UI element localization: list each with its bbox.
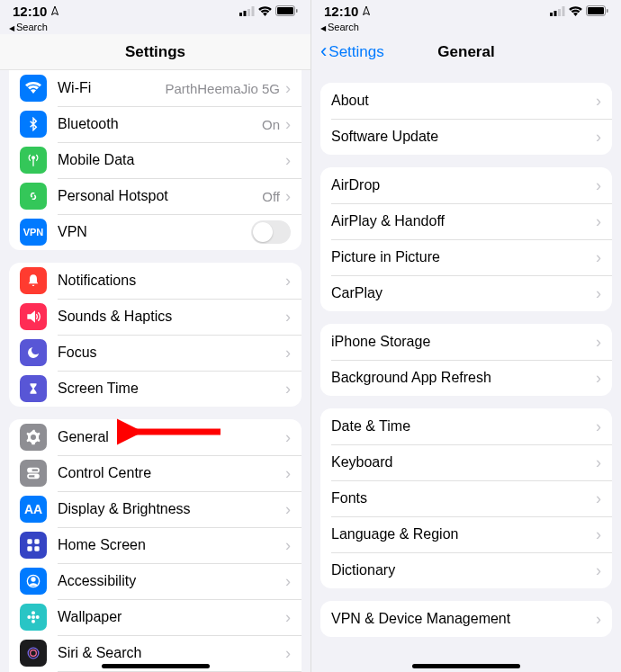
svg-point-9: [29, 469, 32, 471]
svg-point-20: [32, 620, 35, 623]
settings-group-system: General›Control Centre›AADisplay & Brigh…: [9, 419, 302, 672]
row-label: Dictionary: [331, 562, 596, 578]
chevron-right-icon: ›: [285, 501, 291, 517]
svg-rect-5: [277, 7, 293, 14]
general-row-background-app-refresh[interactable]: Background App Refresh›: [320, 360, 612, 396]
row-label: iPhone Storage: [331, 334, 596, 350]
svg-rect-31: [558, 9, 561, 16]
settings-row-bluetooth[interactable]: BluetoothOn›: [9, 106, 302, 142]
settings-row-mobile-data[interactable]: Mobile Data›: [9, 142, 302, 178]
settings-group-notifications: Notifications›Sounds & Haptics›Focus›Scr…: [9, 263, 302, 407]
settings-group-connectivity: Wi-FiParthHeemaJio 5G›BluetoothOn›Mobile…: [9, 70, 302, 250]
settings-row-sounds-haptics[interactable]: Sounds & Haptics›: [9, 299, 302, 335]
chevron-right-icon: ›: [285, 152, 291, 168]
general-row-dictionary[interactable]: Dictionary›: [320, 552, 612, 588]
row-label: Picture in Picture: [331, 249, 596, 265]
vpn-icon: VPN: [20, 219, 47, 246]
settings-row-control-centre[interactable]: Control Centre›: [9, 455, 302, 491]
row-label: Notifications: [58, 273, 285, 289]
location-icon: [50, 5, 60, 16]
status-bar: 12:10: [311, 0, 621, 22]
bluetooth-icon: [20, 111, 47, 138]
general-row-keyboard[interactable]: Keyboard›: [320, 444, 612, 480]
settings-row-wi-fi[interactable]: Wi-FiParthHeemaJio 5G›: [9, 70, 302, 106]
settings-row-notifications[interactable]: Notifications›: [9, 263, 302, 299]
chevron-right-icon: ›: [285, 188, 291, 204]
wifi-icon: [569, 6, 582, 16]
location-icon: [361, 5, 372, 16]
general-row-date-time[interactable]: Date & Time›: [320, 408, 612, 444]
chevron-right-icon: ›: [596, 490, 601, 506]
chevron-right-icon: ›: [285, 80, 291, 96]
row-label: Screen Time: [58, 381, 285, 397]
chevron-right-icon: ›: [596, 562, 601, 578]
general-row-about[interactable]: About›: [320, 83, 612, 119]
settings-row-wallpaper[interactable]: Wallpaper›: [9, 599, 302, 635]
svg-rect-30: [554, 11, 557, 16]
chevron-right-icon: ›: [596, 611, 601, 627]
general-row-vpn-device-management[interactable]: VPN & Device Management›: [320, 601, 612, 637]
page-title: General: [437, 43, 494, 61]
general-row-airplay-handoff[interactable]: AirPlay & Handoff›: [320, 203, 612, 239]
settings-row-home-screen[interactable]: Home Screen›: [9, 527, 302, 563]
row-label: Language & Region: [331, 526, 596, 542]
settings-row-accessibility[interactable]: Accessibility›: [9, 563, 302, 599]
general-row-language-region[interactable]: Language & Region›: [320, 516, 612, 552]
row-label: Control Centre: [58, 465, 285, 481]
svg-rect-32: [562, 6, 565, 16]
chevron-right-icon: ›: [285, 465, 291, 481]
back-button[interactable]: ‹ Settings: [320, 34, 384, 70]
row-label: CarPlay: [331, 285, 596, 301]
general-row-carplay[interactable]: CarPlay›: [320, 275, 612, 311]
row-value: Off: [262, 189, 280, 204]
general-row-airdrop[interactable]: AirDrop›: [320, 167, 612, 203]
speaker-icon: [20, 303, 47, 330]
general-row-iphone-storage[interactable]: iPhone Storage›: [320, 324, 612, 360]
settings-row-focus[interactable]: Focus›: [9, 335, 302, 371]
chevron-right-icon: ›: [285, 116, 291, 132]
antenna-icon: [20, 147, 47, 174]
chevron-right-icon: ›: [596, 177, 601, 193]
chevron-right-icon: ›: [285, 309, 291, 325]
bell-icon: [20, 267, 47, 294]
svg-point-22: [36, 615, 40, 619]
chevron-right-icon: ›: [596, 370, 601, 386]
switches-icon: [20, 460, 47, 487]
row-label: Sounds & Haptics: [58, 309, 285, 325]
general-row-fonts[interactable]: Fonts›: [320, 480, 612, 516]
hourglass-icon: [20, 375, 47, 402]
status-time: 12:10: [13, 4, 47, 19]
status-indicators: [550, 5, 608, 16]
svg-point-11: [35, 475, 38, 478]
svg-rect-34: [588, 7, 604, 14]
general-row-picture-in-picture[interactable]: Picture in Picture›: [320, 239, 612, 275]
svg-rect-13: [34, 539, 39, 543]
row-label: Home Screen: [58, 537, 285, 553]
settings-screen: 12:10 Search Settings Wi-FiParthHeemaJio…: [0, 0, 310, 672]
battery-icon: [586, 5, 608, 16]
row-label: Wi-Fi: [58, 80, 165, 96]
row-label: Siri & Search: [58, 645, 285, 661]
svg-point-7: [32, 157, 35, 159]
general-row-software-update[interactable]: Software Update›: [320, 119, 612, 155]
toggle-switch[interactable]: [251, 220, 291, 244]
svg-rect-6: [296, 9, 298, 13]
row-label: AirPlay & Handoff: [331, 213, 596, 229]
chevron-right-icon: ›: [285, 381, 291, 397]
back-to-search[interactable]: Search: [0, 22, 310, 34]
settings-row-screen-time[interactable]: Screen Time›: [9, 371, 302, 407]
row-label: Background App Refresh: [331, 370, 596, 386]
settings-row-general[interactable]: General›: [9, 419, 302, 455]
row-label: VPN: [58, 224, 251, 240]
settings-row-personal-hotspot[interactable]: Personal HotspotOff›: [9, 178, 302, 214]
row-label: Focus: [58, 345, 285, 361]
back-to-search[interactable]: Search: [311, 22, 621, 34]
general-group-about: About›Software Update›: [320, 83, 612, 155]
settings-row-display-brightness[interactable]: AADisplay & Brightness›: [9, 491, 302, 527]
page-title: Settings: [125, 43, 185, 61]
moon-icon: [20, 339, 47, 366]
settings-row-vpn[interactable]: VPNVPN: [9, 214, 302, 250]
back-label: Settings: [328, 43, 383, 61]
svg-rect-0: [239, 13, 242, 16]
svg-rect-29: [550, 13, 553, 16]
